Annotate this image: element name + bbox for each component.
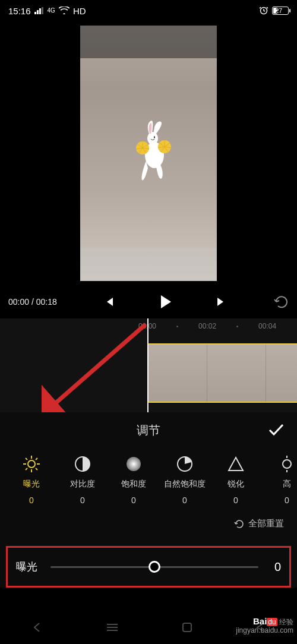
svg-line-24: [50, 324, 146, 408]
triangle-icon: [227, 454, 245, 474]
undo-button[interactable]: [273, 295, 289, 308]
svg-line-31: [36, 468, 37, 470]
vibrance-icon: [176, 454, 194, 474]
time-display: 00:00 / 00:18: [8, 297, 57, 307]
contrast-icon: [74, 454, 91, 474]
saturation-icon: [125, 454, 143, 474]
slider-label: 曝光: [16, 560, 42, 574]
next-frame-button[interactable]: [215, 295, 228, 308]
video-preview[interactable]: [0, 21, 297, 285]
status-hd: HD: [73, 6, 86, 16]
play-button[interactable]: [157, 293, 173, 310]
reset-icon: [234, 519, 245, 529]
adjust-value: 0: [80, 495, 85, 505]
svg-rect-1: [37, 10, 39, 14]
adjust-label: 自然饱和度: [164, 479, 206, 490]
svg-line-30: [26, 458, 27, 460]
adjust-panel: 调节 曝光 0 对比度 0 饱和度 0: [0, 412, 297, 588]
nav-menu-icon[interactable]: [255, 622, 266, 635]
sun-icon: [22, 454, 41, 474]
adjust-item-sharpen[interactable]: 锐化 0: [210, 454, 261, 505]
adjust-item-exposure[interactable]: 曝光 0: [6, 454, 57, 505]
system-nav-bar: [0, 613, 297, 644]
wifi-icon: [59, 6, 69, 16]
timeline-ruler: 00:00 00:02 00:04: [0, 318, 297, 334]
exposure-slider[interactable]: [50, 566, 258, 568]
playhead[interactable]: [147, 318, 148, 412]
nav-back-icon[interactable]: [31, 621, 43, 636]
svg-line-32: [26, 468, 27, 470]
adjust-label: 饱和度: [121, 479, 146, 490]
slider-thumb[interactable]: [148, 561, 160, 573]
nav-recents-icon[interactable]: [106, 623, 119, 634]
adjust-item-saturation[interactable]: 饱和度 0: [108, 454, 159, 505]
adjust-label: 对比度: [70, 479, 95, 490]
svg-point-23: [154, 136, 155, 138]
svg-rect-2: [39, 8, 41, 14]
rabbit-character: [122, 119, 175, 187]
reset-all-button[interactable]: 全部重置: [0, 505, 297, 529]
signal-icon: [34, 6, 44, 16]
reset-label: 全部重置: [248, 518, 284, 529]
status-bar: 15:16 4G HD 27: [0, 0, 297, 21]
video-frame: [80, 26, 217, 281]
svg-rect-43: [183, 623, 191, 632]
cell-4g-icon: 4G: [48, 8, 55, 14]
svg-rect-3: [42, 7, 43, 14]
adjust-label: 曝光: [23, 479, 40, 490]
adjust-item-contrast[interactable]: 对比度 0: [57, 454, 108, 505]
timeline[interactable]: 00:00 00:02 00:04: [0, 318, 297, 412]
svg-rect-0: [34, 12, 36, 14]
prev-frame-button[interactable]: [102, 295, 115, 308]
adjust-value: 0: [182, 495, 187, 505]
svg-point-6: [147, 132, 158, 145]
adjust-value: 0: [131, 495, 136, 505]
exposure-slider-box: 曝光 0: [6, 546, 291, 588]
slider-value: 0: [267, 560, 281, 574]
svg-point-37: [283, 460, 291, 468]
battery-icon: 27: [272, 7, 289, 15]
highlight-icon: [278, 454, 296, 474]
alarm-icon: [259, 5, 268, 17]
clip-strip[interactable]: [147, 343, 297, 403]
svg-line-33: [36, 458, 37, 460]
status-time: 15:16: [8, 6, 31, 16]
battery-text: 27: [276, 8, 282, 14]
transport-bar: 00:00 / 00:18: [0, 285, 297, 318]
nav-home-icon[interactable]: [182, 622, 192, 635]
panel-title: 调节: [137, 422, 160, 438]
adjust-item-highlight[interactable]: 高 0: [261, 454, 297, 505]
adjust-value: 0: [285, 495, 289, 505]
svg-point-25: [28, 460, 35, 468]
adjust-label: 锐化: [228, 479, 244, 490]
adjust-value: 0: [233, 495, 238, 505]
adjust-item-vibrance[interactable]: 自然饱和度 0: [159, 454, 210, 505]
confirm-button[interactable]: [267, 422, 285, 440]
adjust-options-row[interactable]: 曝光 0 对比度 0 饱和度 0 自然饱和度 0: [0, 448, 297, 505]
adjust-label: 高: [283, 479, 291, 490]
adjust-value: 0: [29, 495, 34, 505]
svg-point-35: [127, 457, 141, 471]
